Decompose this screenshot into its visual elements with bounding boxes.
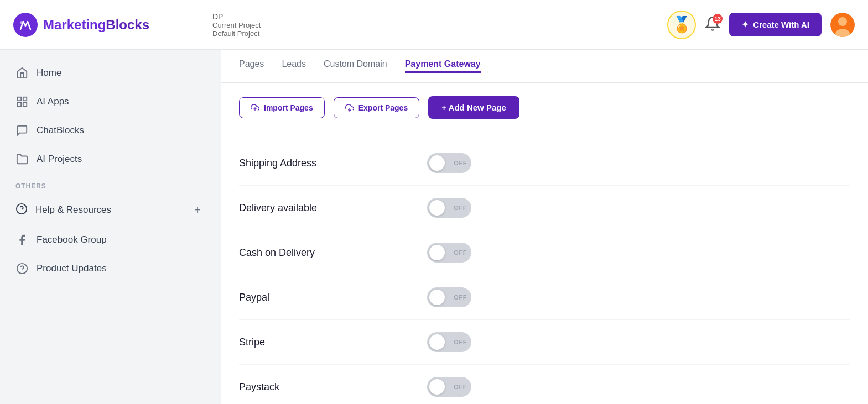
sidebar-item-home[interactable]: Home bbox=[7, 59, 214, 87]
medal-emoji: 🏅 bbox=[672, 15, 692, 34]
toggle-paystack[interactable]: OFF bbox=[427, 377, 471, 397]
svg-rect-5 bbox=[23, 97, 27, 101]
setting-row-shipping-address: Shipping Address OFF bbox=[239, 141, 850, 186]
svg-rect-7 bbox=[23, 103, 27, 106]
create-button-label: Create With AI bbox=[753, 20, 809, 29]
svg-rect-6 bbox=[18, 103, 21, 106]
toggle-slider: OFF bbox=[427, 153, 471, 173]
toggle-off-label: OFF bbox=[454, 160, 467, 166]
export-label: Export Pages bbox=[358, 103, 408, 112]
tab-pages[interactable]: Pages bbox=[239, 59, 264, 73]
tab-custom-domain[interactable]: Custom Domain bbox=[324, 59, 387, 73]
toggle-slider: OFF bbox=[427, 332, 471, 352]
help-add-button[interactable]: + bbox=[190, 202, 205, 218]
app-header: MarketingBlocks DP Current Project Defau… bbox=[0, 0, 868, 50]
setting-row-delivery-available: Delivery available OFF bbox=[239, 186, 850, 230]
sidebar-item-label: Help & Resources bbox=[35, 204, 111, 216]
sidebar-item-help[interactable]: Help & Resources + bbox=[7, 195, 214, 225]
others-section-label: OTHERS bbox=[7, 174, 214, 195]
home-icon bbox=[15, 66, 29, 80]
tab-bar: Pages Leads Custom Domain Payment Gatewa… bbox=[221, 50, 868, 83]
facebook-icon bbox=[15, 233, 29, 246]
badge-icon: 🏅 bbox=[667, 11, 696, 39]
project-info: DP Current Project Default Project bbox=[201, 12, 667, 38]
grid-icon bbox=[15, 95, 29, 108]
toggle-slider: OFF bbox=[427, 377, 471, 397]
setting-label-cash-on-delivery: Cash on Delivery bbox=[239, 247, 394, 259]
toggle-shipping-address[interactable]: OFF bbox=[427, 153, 471, 173]
current-project-label: Current Project bbox=[212, 21, 667, 29]
folder-icon bbox=[15, 153, 29, 166]
toggle-off-label: OFF bbox=[454, 294, 467, 301]
actions-row: Import Pages Export Pages + Add New Page bbox=[221, 83, 868, 132]
toggle-slider: OFF bbox=[427, 198, 471, 218]
logo-area: MarketingBlocks bbox=[13, 13, 201, 37]
add-new-label: + Add New Page bbox=[441, 103, 506, 112]
toggle-cash-on-delivery[interactable]: OFF bbox=[427, 243, 471, 263]
logo-blocks: Blocks bbox=[106, 17, 149, 32]
sidebar: Home AI Apps ChatBlocks bbox=[0, 50, 221, 404]
settings-list: Shipping Address OFF Delivery available … bbox=[221, 132, 868, 404]
sidebar-item-label: ChatBlocks bbox=[37, 125, 84, 136]
sidebar-item-chatblocks[interactable]: ChatBlocks bbox=[7, 116, 214, 145]
download-icon bbox=[345, 103, 354, 112]
toggle-off-label: OFF bbox=[454, 204, 467, 211]
header-right: 🏅 13 ✦ Create With AI bbox=[667, 11, 855, 39]
dp-label: DP bbox=[212, 12, 667, 21]
notification-button[interactable]: 13 bbox=[705, 16, 720, 33]
logo-marketing: Marketing bbox=[43, 17, 106, 32]
sparkle-icon: ✦ bbox=[741, 19, 749, 30]
toggle-off-label: OFF bbox=[454, 249, 467, 256]
sidebar-item-ai-apps[interactable]: AI Apps bbox=[7, 87, 214, 116]
setting-label-paypal: Paypal bbox=[239, 292, 394, 303]
setting-label-delivery-available: Delivery available bbox=[239, 202, 394, 214]
main-content: Pages Leads Custom Domain Payment Gatewa… bbox=[221, 50, 868, 404]
logo-icon bbox=[13, 13, 38, 37]
sidebar-item-label: AI Projects bbox=[37, 154, 82, 165]
setting-row-paystack: Paystack OFF bbox=[239, 365, 850, 404]
sidebar-item-label: Product Updates bbox=[37, 263, 107, 274]
help-icon bbox=[15, 203, 28, 218]
notification-badge: 13 bbox=[713, 14, 723, 24]
toggle-off-label: OFF bbox=[454, 384, 467, 390]
setting-label-stripe: Stripe bbox=[239, 337, 394, 348]
upload-icon bbox=[251, 103, 259, 112]
sidebar-item-ai-projects[interactable]: AI Projects bbox=[7, 145, 214, 174]
sidebar-item-label: AI Apps bbox=[37, 96, 69, 107]
import-pages-button[interactable]: Import Pages bbox=[239, 97, 325, 118]
export-pages-button[interactable]: Export Pages bbox=[334, 97, 419, 118]
create-with-ai-button[interactable]: ✦ Create With AI bbox=[729, 13, 822, 36]
updates-icon bbox=[15, 262, 29, 275]
add-new-page-button[interactable]: + Add New Page bbox=[428, 96, 519, 119]
setting-label-paystack: Paystack bbox=[239, 381, 394, 393]
setting-row-paypal: Paypal OFF bbox=[239, 275, 850, 320]
tab-payment-gateway[interactable]: Payment Gateway bbox=[405, 59, 481, 73]
logo-text: MarketingBlocks bbox=[43, 17, 149, 33]
toggle-stripe[interactable]: OFF bbox=[427, 332, 471, 352]
default-project-label: Default Project bbox=[212, 29, 667, 38]
sidebar-item-label: Facebook Group bbox=[37, 234, 107, 245]
setting-row-stripe: Stripe OFF bbox=[239, 320, 850, 365]
import-label: Import Pages bbox=[264, 103, 313, 112]
toggle-slider: OFF bbox=[427, 287, 471, 307]
setting-row-cash-on-delivery: Cash on Delivery OFF bbox=[239, 230, 850, 275]
user-avatar[interactable] bbox=[830, 13, 855, 37]
sidebar-item-label: Home bbox=[37, 67, 61, 78]
svg-point-0 bbox=[20, 21, 23, 24]
toggle-off-label: OFF bbox=[454, 339, 467, 345]
svg-rect-4 bbox=[18, 97, 21, 101]
toggle-paypal[interactable]: OFF bbox=[427, 287, 471, 307]
svg-point-2 bbox=[838, 17, 847, 26]
toggle-delivery-available[interactable]: OFF bbox=[427, 198, 471, 218]
sidebar-item-product-updates[interactable]: Product Updates bbox=[7, 254, 214, 283]
toggle-slider: OFF bbox=[427, 243, 471, 263]
main-layout: Home AI Apps ChatBlocks bbox=[0, 50, 868, 404]
main-nav: Home AI Apps ChatBlocks bbox=[7, 59, 214, 174]
setting-label-shipping-address: Shipping Address bbox=[239, 158, 394, 169]
sidebar-item-facebook[interactable]: Facebook Group bbox=[7, 225, 214, 254]
tab-leads[interactable]: Leads bbox=[282, 59, 306, 73]
chat-icon bbox=[15, 124, 29, 137]
